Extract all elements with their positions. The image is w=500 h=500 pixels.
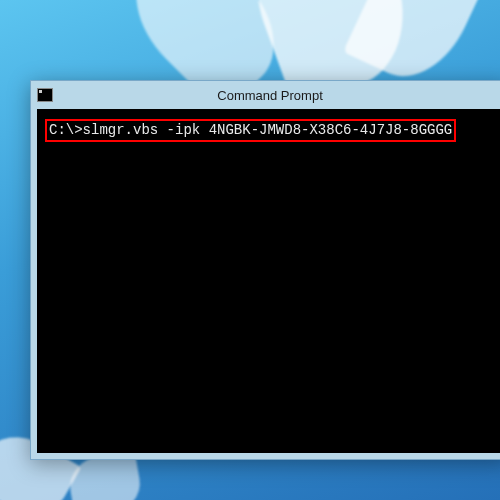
window-titlebar[interactable]: Command Prompt: [31, 81, 500, 109]
cmd-output-area[interactable]: C:\>slmgr.vbs -ipk 4NGBK-JMWD8-X38C6-4J7…: [37, 109, 500, 453]
window-title: Command Prompt: [217, 88, 322, 103]
cmd-icon: [37, 88, 53, 102]
annotation-highlight: C:\>slmgr.vbs -ipk 4NGBK-JMWD8-X38C6-4J7…: [45, 119, 456, 142]
cmd-prompt: C:\>: [49, 122, 83, 138]
cmd-command-text: slmgr.vbs -ipk 4NGBK-JMWD8-X38C6-4J7J8-8…: [83, 122, 453, 138]
command-prompt-window[interactable]: Command Prompt C:\>slmgr.vbs -ipk 4NGBK-…: [30, 80, 500, 460]
